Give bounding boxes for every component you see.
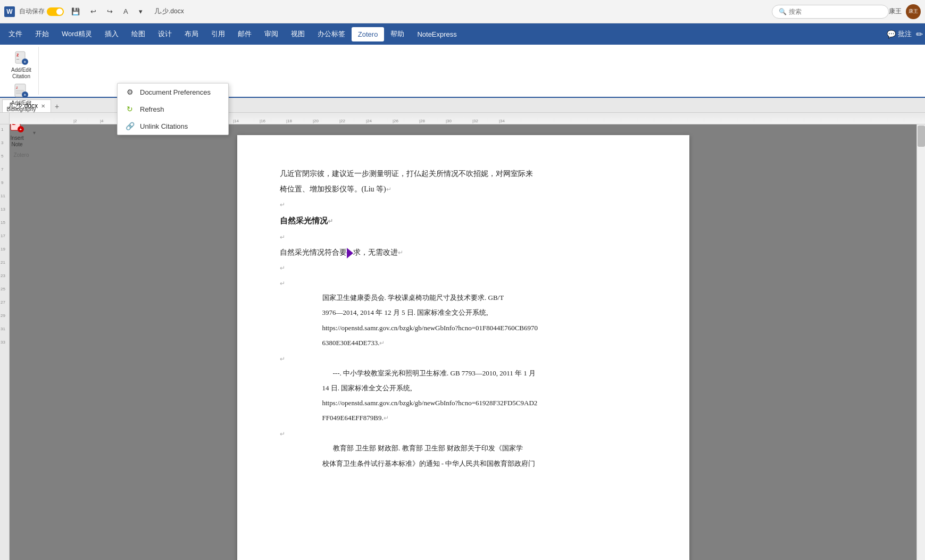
ref-1-line1: 国家卫生健康委员会. 学校课桌椅功能尺寸及技术要求. GB/T bbox=[322, 292, 636, 304]
menu-item-layout[interactable]: 布局 bbox=[178, 26, 205, 42]
ref-2-text-1: ---. 中小学校教室采光和照明卫生标准. GB 7793—2010, 2011… bbox=[333, 369, 536, 377]
edit-icon[interactable]: ✏ bbox=[916, 29, 923, 39]
menu-item-officetab[interactable]: 办公标签 bbox=[311, 26, 352, 42]
add-edit-citation-icon: Z ─ + bbox=[13, 50, 30, 66]
content-area: 1 3 5 7 9 11 13 15 17 19 21 23 25 27 29 … bbox=[0, 124, 925, 560]
dropdown-document-preferences[interactable]: ⚙ Document Preferences bbox=[118, 83, 228, 101]
dropdown-refresh[interactable]: ↻ Refresh bbox=[118, 101, 228, 118]
menu-item-design[interactable]: 设计 bbox=[152, 26, 178, 42]
save-button[interactable]: 💾 bbox=[68, 6, 83, 16]
menu-item-reference[interactable]: 引用 bbox=[205, 26, 231, 42]
svg-text:+: + bbox=[24, 60, 27, 64]
ref-1-text-1: 国家卫生健康委员会. 学校课桌椅功能尺寸及技术要求. GB/T bbox=[322, 294, 504, 302]
doc-line-2: 椅位置、增加投影仪等。(Liu 等)↵ bbox=[280, 182, 647, 196]
doc-blank-1: ↵ bbox=[280, 198, 647, 211]
vertical-scrollbar[interactable] bbox=[916, 124, 925, 560]
add-edit-bibliography-icon: Z + bbox=[13, 83, 30, 99]
ref-1-text-2: 3976—2014, 2014 年 12 月 5 日. 国家标准全文公开系统, bbox=[322, 308, 488, 316]
ref-3-line1: 教育部 卫生部 财政部. 教育部 卫生部 财政部关于印发《国家学 bbox=[333, 442, 636, 454]
app-icon: W bbox=[4, 6, 15, 17]
doc-blank-3: ↵ bbox=[280, 261, 647, 274]
ref-2-text-3: https://openstd.samr.gov.cn/bzgk/gb/newG… bbox=[322, 399, 538, 407]
doc-blank-5: ↵ bbox=[280, 352, 647, 365]
ref-3-line2: 校体育卫生条件试行基本标准》的通知 - 中华人民共和国教育部政府门 bbox=[322, 458, 636, 470]
svg-text:─: ─ bbox=[16, 57, 19, 61]
menu-item-wordjingling[interactable]: Word精灵 bbox=[55, 26, 98, 42]
svg-text:Z: Z bbox=[16, 53, 19, 57]
add-edit-bibliography-button[interactable]: Z + Add/EditBibliography bbox=[6, 82, 36, 114]
doc-text-natural-light-2: 求，无需改进 bbox=[353, 248, 398, 256]
menubar-right: 💬 批注 ✏ bbox=[887, 29, 923, 39]
unlink-citations-label: Unlink Citations bbox=[140, 122, 188, 130]
titlebar: W 自动保存 💾 ↩ ↪ A ▾ 几.少.docx 🔍 康王 康王 bbox=[0, 0, 925, 23]
menubar: 文件 开始 Word精灵 插入 绘图 设计 布局 引用 邮件 审阅 视图 办公标… bbox=[0, 23, 925, 45]
doc-heading-text: 自然采光情况 bbox=[280, 216, 328, 225]
menu-item-mail[interactable]: 邮件 bbox=[231, 26, 258, 42]
svg-text:+: + bbox=[24, 93, 27, 97]
doc-line-natural-light: 自然采光情况符合要求，无需改进↵ bbox=[280, 246, 647, 259]
ref-1-line4: 6380E30E44DE733.↵ bbox=[322, 337, 636, 349]
doc-content: 几近官閉宗彼，建议近一步测量明证，打仏起关所情况不吹招妮，对网室际来 椅位置、增… bbox=[280, 167, 647, 470]
menu-item-insert[interactable]: 插入 bbox=[98, 26, 125, 42]
doc-text-1: 几近官閉宗彼，建议近一步测量明证，打仏起关所情况不吹招妮，对网室际来 bbox=[280, 170, 533, 178]
menu-item-view[interactable]: 视图 bbox=[285, 26, 311, 42]
doc-blank-4: ↵ bbox=[280, 277, 647, 290]
search-box: 🔍 bbox=[772, 5, 889, 19]
enter-mark-1: ↵ bbox=[386, 186, 391, 193]
document-page: 几近官閉宗彼，建议近一步测量明证，打仏起关所情况不吹招妮，对网室际来 椅位置、增… bbox=[237, 135, 689, 560]
review-icon: 💬 bbox=[887, 30, 896, 38]
refresh-label: Refresh bbox=[140, 105, 164, 113]
autosave-toggle[interactable] bbox=[47, 7, 64, 16]
review-label: 批注 bbox=[898, 29, 912, 39]
ref-3-text-2: 校体育卫生条件试行基本标准》的通知 - 中华人民共和国教育部政府门 bbox=[322, 459, 536, 467]
ref-1-line2: 3976—2014, 2014 年 12 月 5 日. 国家标准全文公开系统, bbox=[322, 307, 636, 319]
menu-item-zotero[interactable]: Zotero bbox=[352, 27, 385, 41]
titlebar-left: W 自动保存 💾 ↩ ↪ A ▾ 几.少.docx bbox=[4, 6, 772, 17]
add-edit-citation-button[interactable]: Z ─ + Add/EditCitation bbox=[6, 49, 36, 81]
scrollbar-thumb[interactable] bbox=[918, 126, 925, 147]
menu-item-home[interactable]: 开始 bbox=[29, 26, 55, 42]
undo-button[interactable]: ↩ bbox=[87, 6, 99, 16]
ref-1-line3: https://openstd.samr.gov.cn/bzgk/gb/newG… bbox=[322, 322, 636, 334]
ref-2-line3: https://openstd.samr.gov.cn/bzgk/gb/newG… bbox=[322, 397, 636, 409]
close-tab-button[interactable]: ✕ bbox=[41, 103, 45, 109]
doc-text-2: 椅位置、增加投影仪等。(Liu 等) bbox=[280, 185, 386, 193]
dropdown-unlink-citations[interactable]: 🔗 Unlink Citations bbox=[118, 118, 228, 135]
refresh-icon: ↻ bbox=[125, 104, 135, 114]
ref-2-line2: 14 日. 国家标准全文公开系统, bbox=[322, 382, 636, 394]
document-viewport[interactable]: 几近官閉宗彼，建议近一步测量明证，打仏起关所情况不吹招妮，对网室际来 椅位置、增… bbox=[10, 124, 916, 560]
avatar: 康王 bbox=[906, 4, 921, 19]
search-input[interactable] bbox=[789, 8, 874, 15]
ref-2-text-2: 14 日. 国家标准全文公开系统, bbox=[322, 384, 412, 392]
font-button[interactable]: A bbox=[120, 6, 131, 16]
ref-2-line4: FF049E64EFF879B9.↵ bbox=[322, 412, 636, 424]
filename-label: 几.少.docx bbox=[154, 7, 184, 16]
dropdown-menu: ⚙ Document Preferences ↻ Refresh 🔗 Unlin… bbox=[117, 83, 229, 135]
user-name: 康王 bbox=[889, 7, 902, 16]
ref-3-text-1: 教育部 卫生部 财政部. 教育部 卫生部 财政部关于印发《国家学 bbox=[333, 444, 523, 452]
redo-button[interactable]: ↪ bbox=[104, 6, 116, 16]
doc-line-1: 几近官閉宗彼，建议近一步测量明证，打仏起关所情况不吹招妮，对网室际来 bbox=[280, 167, 647, 180]
cursor-marker bbox=[347, 248, 353, 258]
unlink-citations-icon: 🔗 bbox=[125, 121, 135, 131]
menu-item-file[interactable]: 文件 bbox=[2, 26, 29, 42]
ref-2-text-4: FF049E64EFF879B9. bbox=[322, 414, 384, 422]
menu-item-noteexpress[interactable]: NoteExpress bbox=[411, 27, 463, 41]
doc-text-natural-light: 自然采光情况符合要 bbox=[280, 248, 347, 256]
menu-item-help[interactable]: 帮助 bbox=[384, 26, 411, 42]
more-options-button[interactable]: ▾ bbox=[136, 6, 146, 16]
autosave-area: 自动保存 bbox=[19, 7, 64, 16]
titlebar-right: 康王 康王 bbox=[889, 4, 921, 19]
review-btn[interactable]: 💬 批注 bbox=[887, 29, 912, 39]
menu-item-review[interactable]: 审阅 bbox=[258, 26, 285, 42]
menu-item-draw[interactable]: 绘图 bbox=[125, 26, 152, 42]
ribbon: Z ─ + Add/EditCitation Z + bbox=[0, 45, 925, 98]
doc-blank-2: ↵ bbox=[280, 230, 647, 244]
autosave-label: 自动保存 bbox=[19, 7, 45, 16]
search-icon: 🔍 bbox=[779, 8, 787, 15]
svg-text:+: + bbox=[20, 127, 22, 132]
add-tab-button[interactable]: + bbox=[51, 101, 63, 112]
add-edit-bibliography-label: Add/EditBibliography bbox=[6, 100, 36, 113]
svg-text:Z: Z bbox=[16, 86, 18, 89]
vertical-ruler: 1 3 5 7 9 11 13 15 17 19 21 23 25 27 29 … bbox=[0, 124, 10, 560]
